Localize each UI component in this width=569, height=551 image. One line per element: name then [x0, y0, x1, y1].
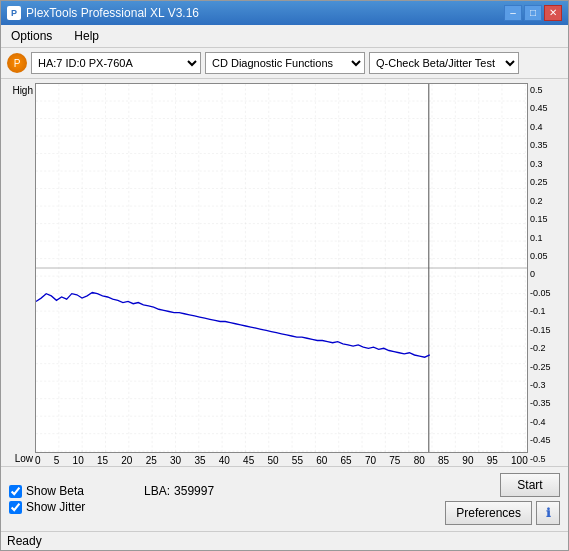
- x-label-50: 50: [267, 455, 278, 466]
- x-label-0: 0: [35, 455, 41, 466]
- x-label-5: 5: [54, 455, 60, 466]
- show-jitter-row: Show Jitter: [9, 500, 214, 514]
- app-icon: P: [7, 6, 21, 20]
- window-controls: – □ ✕: [504, 5, 562, 21]
- bottom-panel: Show Beta LBA: 359997 Show Jitter Start: [1, 466, 568, 531]
- toolbar: P HA:7 ID:0 PX-760A CD Diagnostic Functi…: [1, 48, 568, 79]
- x-label-10: 10: [73, 455, 84, 466]
- x-label-60: 60: [316, 455, 327, 466]
- menu-options[interactable]: Options: [5, 27, 58, 45]
- status-text: Ready: [7, 534, 42, 548]
- preferences-button[interactable]: Preferences: [445, 501, 532, 525]
- x-label-65: 65: [341, 455, 352, 466]
- x-label-55: 55: [292, 455, 303, 466]
- window-title: PlexTools Professional XL V3.16: [26, 6, 199, 20]
- bottom-right: Start Preferences ℹ: [445, 473, 560, 525]
- x-label-15: 15: [97, 455, 108, 466]
- x-label-20: 20: [121, 455, 132, 466]
- lba-display: LBA: 359997: [144, 484, 214, 498]
- bottom-left: Show Beta LBA: 359997 Show Jitter: [9, 484, 214, 514]
- x-label-40: 40: [219, 455, 230, 466]
- x-label-45: 45: [243, 455, 254, 466]
- x-label-80: 80: [414, 455, 425, 466]
- lba-label: LBA:: [144, 484, 170, 498]
- x-label-95: 95: [487, 455, 498, 466]
- lba-value: 359997: [174, 484, 214, 498]
- app-toolbar-icon: P: [7, 53, 27, 73]
- x-axis-container: 0 5 10 15 20 25 30 35 40 45 50 55 60 65: [35, 455, 528, 466]
- y-axis-left: High Low: [5, 83, 35, 466]
- title-bar-left: P PlexTools Professional XL V3.16: [7, 6, 199, 20]
- maximize-button[interactable]: □: [524, 5, 542, 21]
- pref-row: Preferences ℹ: [445, 501, 560, 525]
- chart-container: 0 5 10 15 20 25 30 35 40 45 50 55 60 65: [35, 83, 528, 466]
- status-bar: Ready: [1, 531, 568, 550]
- test-select[interactable]: Q-Check Beta/Jitter Test: [369, 52, 519, 74]
- chart-svg: [36, 84, 527, 452]
- x-label-25: 25: [146, 455, 157, 466]
- main-content: High Low: [1, 79, 568, 550]
- x-label-90: 90: [462, 455, 473, 466]
- function-select[interactable]: CD Diagnostic Functions: [205, 52, 365, 74]
- x-label-85: 85: [438, 455, 449, 466]
- x-label-30: 30: [170, 455, 181, 466]
- close-button[interactable]: ✕: [544, 5, 562, 21]
- info-icon: ℹ: [546, 506, 551, 520]
- show-beta-row: Show Beta: [9, 484, 84, 498]
- x-label-100: 100: [511, 455, 528, 466]
- show-jitter-checkbox[interactable]: [9, 501, 22, 514]
- x-label-75: 75: [389, 455, 400, 466]
- show-beta-checkbox[interactable]: [9, 485, 22, 498]
- main-window: P PlexTools Professional XL V3.16 – □ ✕ …: [0, 0, 569, 551]
- x-label-70: 70: [365, 455, 376, 466]
- drive-select[interactable]: HA:7 ID:0 PX-760A: [31, 52, 201, 74]
- y-axis-right: 0.5 0.45 0.4 0.35 0.3 0.25 0.2 0.15 0.1 …: [528, 83, 564, 466]
- info-button[interactable]: ℹ: [536, 501, 560, 525]
- y-low-label: Low: [15, 453, 33, 464]
- menu-help[interactable]: Help: [68, 27, 105, 45]
- x-label-35: 35: [194, 455, 205, 466]
- bottom-row-1: Show Beta LBA: 359997 Show Jitter Start: [9, 473, 560, 525]
- x-axis-labels: 0 5 10 15 20 25 30 35 40 45 50 55 60 65: [35, 455, 528, 466]
- chart-plot: [35, 83, 528, 453]
- chart-area: High Low: [1, 79, 568, 466]
- y-high-label: High: [12, 85, 33, 96]
- show-beta-label: Show Beta: [26, 484, 84, 498]
- minimize-button[interactable]: –: [504, 5, 522, 21]
- title-bar: P PlexTools Professional XL V3.16 – □ ✕: [1, 1, 568, 25]
- start-button[interactable]: Start: [500, 473, 560, 497]
- menu-bar: Options Help: [1, 25, 568, 48]
- show-jitter-label: Show Jitter: [26, 500, 85, 514]
